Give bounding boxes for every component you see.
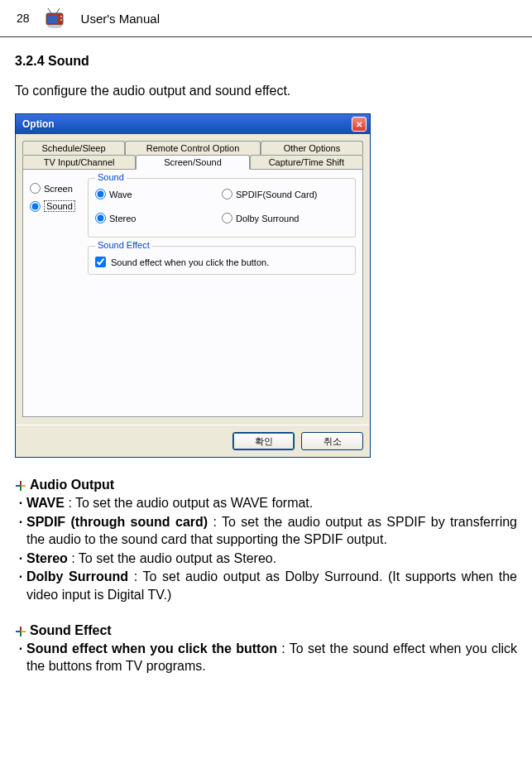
radio-screen[interactable]: Screen: [30, 183, 88, 194]
left-mode-radios: Screen Sound: [30, 178, 88, 283]
radio-wave-input[interactable]: [95, 189, 106, 199]
sound-effect-section: Sound Effect · Sound effect when you cli…: [15, 623, 517, 675]
plus-icon: [15, 626, 26, 637]
svg-rect-14: [20, 632, 22, 636]
sound-effect-checkbox-label: Sound effect when you click the button.: [111, 257, 269, 267]
tab-other-options[interactable]: Other Options: [261, 141, 363, 155]
item-term: Stereo: [26, 551, 68, 565]
audio-output-heading-text: Audio Output: [30, 478, 114, 492]
tab-panel: Screen Sound Sound: [22, 169, 363, 417]
svg-line-5: [56, 8, 60, 13]
plus-icon: [15, 480, 26, 492]
svg-point-6: [47, 25, 62, 28]
header-title: User's Manual: [81, 12, 160, 26]
tab-screen-sound[interactable]: Screen/Sound: [136, 155, 249, 170]
sound-effect-heading: Sound Effect: [15, 623, 517, 638]
radio-dolby-label: Dolby Surround: [236, 214, 299, 223]
bullet-dot: ·: [15, 568, 26, 603]
audio-output-heading: Audio Output: [15, 478, 517, 492]
tab-capture-time[interactable]: Capture/Time Shift: [250, 155, 363, 170]
section-intro: To configure the audio output and sound …: [15, 84, 517, 98]
svg-rect-10: [20, 486, 22, 491]
radio-spdif-input[interactable]: [222, 189, 232, 199]
bullet-dot: ·: [15, 494, 26, 512]
bullet-dot: ·: [15, 513, 26, 549]
ok-button[interactable]: 확인: [232, 432, 295, 450]
sound-effect-checkbox[interactable]: [95, 257, 106, 267]
list-item: · Dolby Surround : To set audio output a…: [15, 568, 517, 603]
section-heading: 3.2.4 Sound: [15, 54, 517, 69]
list-item: · SPDIF (through sound card) : To set th…: [15, 513, 517, 549]
sound-effect-heading-text: Sound Effect: [30, 623, 112, 638]
list-item: · Sound effect when you click the button…: [15, 640, 517, 675]
svg-point-2: [60, 16, 62, 17]
dialog-title: Option: [22, 118, 352, 130]
svg-point-3: [60, 19, 62, 21]
item-desc: : To set the audio output as Stereo.: [68, 551, 276, 565]
item-term: Sound effect when you click the button: [26, 641, 277, 656]
radio-spdif[interactable]: SPDIF(Sound Card): [222, 189, 348, 199]
tab-strip: Schedule/Sleep Remote Control Option Oth…: [22, 141, 363, 170]
bullet-dot: ·: [15, 640, 26, 675]
item-term: WAVE: [26, 496, 65, 510]
item-desc: : To set the audio output as WAVE format…: [65, 496, 313, 510]
radio-sound[interactable]: Sound: [30, 200, 88, 212]
tab-remote-control[interactable]: Remote Control Option: [125, 141, 261, 155]
radio-stereo[interactable]: Stereo: [95, 213, 222, 223]
radio-dolby-input[interactable]: [222, 213, 232, 223]
list-item: · WAVE : To set the audio output as WAVE…: [15, 494, 517, 512]
radio-stereo-label: Stereo: [109, 214, 136, 223]
close-button[interactable]: ✕: [352, 117, 367, 132]
sound-fieldset: Sound Wave SPDIF(Sound Card): [88, 178, 356, 238]
page-number: 28: [17, 12, 30, 25]
item-term: Dolby Surround: [26, 569, 128, 584]
radio-screen-input[interactable]: [30, 183, 41, 194]
option-dialog: Option ✕ Schedule/Sleep Remote Control O…: [15, 113, 371, 458]
sound-effect-fieldset: Sound Effect Sound effect when you click…: [88, 246, 356, 275]
tab-tv-input[interactable]: TV Input/Channel: [22, 155, 136, 170]
radio-dolby[interactable]: Dolby Surround: [222, 213, 348, 223]
radio-stereo-input[interactable]: [95, 213, 106, 223]
tab-schedule-sleep[interactable]: Schedule/Sleep: [22, 141, 125, 155]
audio-output-section: Audio Output · WAVE : To set the audio o…: [15, 478, 517, 604]
dialog-footer: 확인 취소: [16, 425, 370, 457]
radio-wave[interactable]: Wave: [95, 189, 222, 199]
radio-sound-label: Sound: [44, 200, 75, 212]
bullet-dot: ·: [15, 550, 26, 568]
radio-screen-label: Screen: [44, 184, 73, 194]
item-term: SPDIF (through sound card): [26, 515, 208, 529]
svg-rect-1: [48, 15, 58, 23]
list-item: · Stereo : To set the audio output as St…: [15, 550, 517, 568]
sound-effect-legend: Sound Effect: [95, 240, 152, 250]
radio-wave-label: Wave: [109, 190, 132, 199]
tv-icon: [43, 7, 66, 30]
dialog-titlebar: Option ✕: [16, 114, 370, 134]
close-icon: ✕: [356, 120, 362, 129]
dialog-body: Schedule/Sleep Remote Control Option Oth…: [16, 134, 370, 425]
page-header: 28 User's Manual: [0, 0, 532, 37]
svg-line-4: [48, 8, 51, 13]
sound-legend: Sound: [95, 172, 127, 182]
sound-effect-checkbox-row[interactable]: Sound effect when you click the button.: [95, 257, 348, 267]
radio-sound-input[interactable]: [30, 201, 41, 212]
cancel-button[interactable]: 취소: [301, 432, 363, 450]
radio-spdif-label: SPDIF(Sound Card): [236, 190, 317, 199]
